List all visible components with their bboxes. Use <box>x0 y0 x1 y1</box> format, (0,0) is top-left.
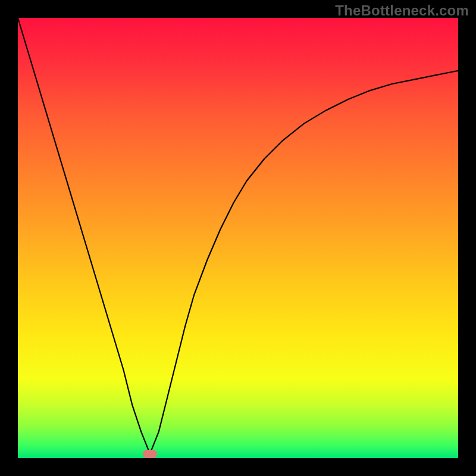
bottleneck-curve-line <box>18 18 458 454</box>
chart-frame: TheBottleneck.com <box>0 0 476 476</box>
attribution-text: TheBottleneck.com <box>335 2 469 19</box>
curve-layer <box>18 18 458 458</box>
plot-area <box>18 18 458 458</box>
minimum-marker <box>143 450 157 458</box>
